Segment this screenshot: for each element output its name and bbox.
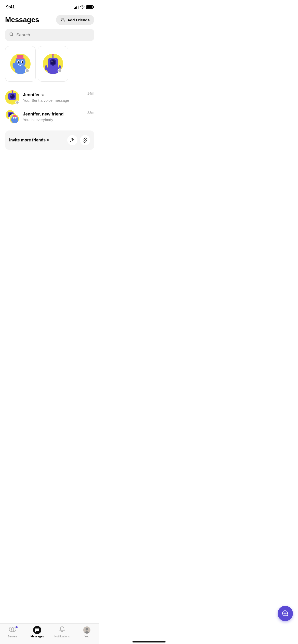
search-icon bbox=[9, 32, 14, 38]
svg-rect-37 bbox=[13, 115, 16, 116]
status-time: 9:41 bbox=[6, 5, 15, 10]
link-icon bbox=[83, 138, 88, 143]
message-preview: You: hi everybody bbox=[23, 118, 53, 122]
svg-rect-6 bbox=[17, 55, 23, 58]
online-indicator bbox=[58, 68, 62, 73]
invite-text: Invite more friends > bbox=[9, 138, 67, 142]
message-time: 14m bbox=[87, 90, 94, 95]
search-bar[interactable] bbox=[5, 29, 94, 41]
svg-point-17 bbox=[51, 61, 53, 62]
message-preview: You: Sent a voice message bbox=[23, 98, 69, 103]
invite-actions bbox=[67, 135, 90, 145]
message-name-row: Jennifer, new friend bbox=[23, 112, 84, 117]
message-info: Jennifer ★ You: Sent a voice message bbox=[23, 92, 84, 103]
status-icons bbox=[74, 5, 93, 9]
search-input[interactable] bbox=[16, 33, 90, 38]
message-item[interactable]: Jennifer ★ You: Sent a voice message 14m bbox=[5, 88, 94, 107]
online-indicator bbox=[25, 68, 30, 73]
story-item[interactable] bbox=[38, 46, 68, 82]
online-dot bbox=[15, 100, 19, 104]
svg-rect-20 bbox=[45, 65, 47, 70]
svg-point-40 bbox=[13, 118, 15, 119]
svg-point-9 bbox=[18, 61, 20, 63]
status-bar: 9:41 bbox=[0, 0, 99, 13]
svg-point-0 bbox=[62, 18, 64, 20]
invite-banner[interactable]: Invite more friends > bbox=[5, 130, 94, 150]
message-item[interactable]: Jennifer, new friend You: hi everybody 3… bbox=[5, 107, 94, 126]
page-header: Messages Add Friends bbox=[0, 13, 99, 29]
signal-icon bbox=[74, 5, 78, 9]
message-info: Jennifer, new friend You: hi everybody bbox=[23, 112, 84, 122]
message-name: Jennifer, new friend bbox=[23, 112, 64, 117]
page-title: Messages bbox=[5, 16, 39, 24]
svg-point-26 bbox=[11, 95, 12, 96]
message-avatar-group bbox=[5, 110, 19, 124]
stories-row bbox=[0, 46, 99, 88]
message-name: Jennifer bbox=[23, 92, 40, 97]
svg-point-41 bbox=[16, 118, 17, 119]
add-friends-button[interactable]: Add Friends bbox=[56, 15, 94, 25]
svg-point-10 bbox=[22, 61, 23, 63]
add-friends-label: Add Friends bbox=[67, 18, 90, 22]
message-avatar-wrap bbox=[5, 90, 19, 105]
message-list: Jennifer ★ You: Sent a voice message 14m bbox=[0, 88, 99, 126]
share-button[interactable] bbox=[67, 135, 77, 145]
svg-point-16 bbox=[51, 60, 55, 65]
svg-point-19 bbox=[52, 54, 54, 55]
wifi-icon bbox=[80, 5, 85, 9]
message-name-row: Jennifer ★ bbox=[23, 92, 84, 97]
copy-link-button[interactable] bbox=[80, 135, 90, 145]
story-item[interactable] bbox=[5, 46, 36, 82]
message-time: 33m bbox=[87, 110, 94, 115]
battery-icon bbox=[86, 5, 93, 9]
share-icon bbox=[70, 138, 75, 143]
star-icon: ★ bbox=[41, 93, 45, 97]
add-friends-icon bbox=[61, 17, 66, 22]
group-avatar-2 bbox=[9, 114, 19, 124]
